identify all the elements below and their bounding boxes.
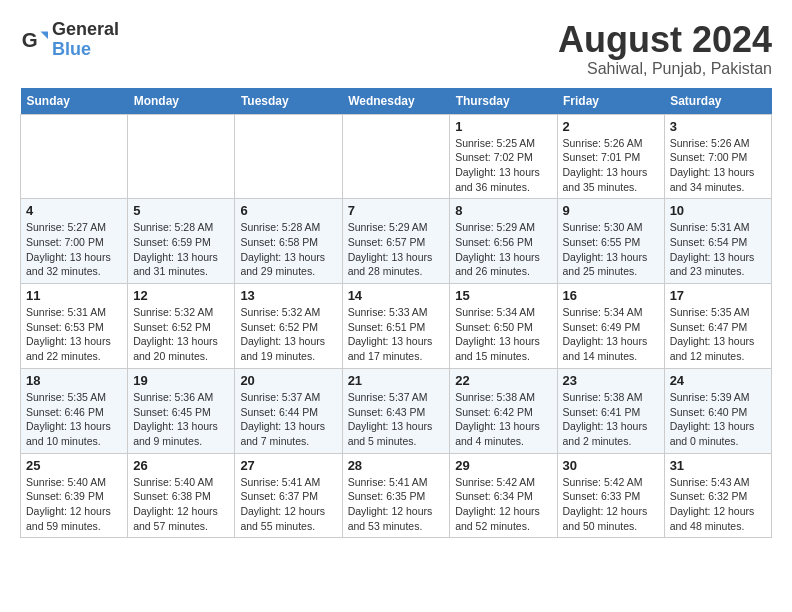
day-info: Sunrise: 5:38 AM Sunset: 6:41 PM Dayligh… [563, 390, 659, 449]
day-number: 6 [240, 203, 336, 218]
day-number: 14 [348, 288, 445, 303]
calendar-cell: 24Sunrise: 5:39 AM Sunset: 6:40 PM Dayli… [664, 368, 771, 453]
calendar-cell: 29Sunrise: 5:42 AM Sunset: 6:34 PM Dayli… [450, 453, 557, 538]
day-number: 11 [26, 288, 122, 303]
day-info: Sunrise: 5:32 AM Sunset: 6:52 PM Dayligh… [133, 305, 229, 364]
day-info: Sunrise: 5:40 AM Sunset: 6:39 PM Dayligh… [26, 475, 122, 534]
svg-marker-1 [41, 31, 48, 38]
day-number: 12 [133, 288, 229, 303]
day-number: 3 [670, 119, 766, 134]
weekday-header-row: SundayMondayTuesdayWednesdayThursdayFrid… [21, 88, 772, 115]
calendar-cell: 14Sunrise: 5:33 AM Sunset: 6:51 PM Dayli… [342, 284, 450, 369]
day-number: 25 [26, 458, 122, 473]
calendar-cell: 25Sunrise: 5:40 AM Sunset: 6:39 PM Dayli… [21, 453, 128, 538]
day-number: 19 [133, 373, 229, 388]
day-info: Sunrise: 5:27 AM Sunset: 7:00 PM Dayligh… [26, 220, 122, 279]
logo: G General Blue [20, 20, 119, 60]
day-info: Sunrise: 5:31 AM Sunset: 6:53 PM Dayligh… [26, 305, 122, 364]
calendar-cell: 19Sunrise: 5:36 AM Sunset: 6:45 PM Dayli… [128, 368, 235, 453]
day-info: Sunrise: 5:40 AM Sunset: 6:38 PM Dayligh… [133, 475, 229, 534]
calendar-cell [342, 114, 450, 199]
weekday-header-saturday: Saturday [664, 88, 771, 115]
calendar-cell: 28Sunrise: 5:41 AM Sunset: 6:35 PM Dayli… [342, 453, 450, 538]
day-info: Sunrise: 5:34 AM Sunset: 6:49 PM Dayligh… [563, 305, 659, 364]
day-info: Sunrise: 5:26 AM Sunset: 7:01 PM Dayligh… [563, 136, 659, 195]
day-number: 24 [670, 373, 766, 388]
week-row-2: 4Sunrise: 5:27 AM Sunset: 7:00 PM Daylig… [21, 199, 772, 284]
day-info: Sunrise: 5:29 AM Sunset: 6:56 PM Dayligh… [455, 220, 551, 279]
day-info: Sunrise: 5:29 AM Sunset: 6:57 PM Dayligh… [348, 220, 445, 279]
day-info: Sunrise: 5:37 AM Sunset: 6:43 PM Dayligh… [348, 390, 445, 449]
weekday-header-sunday: Sunday [21, 88, 128, 115]
calendar-cell: 18Sunrise: 5:35 AM Sunset: 6:46 PM Dayli… [21, 368, 128, 453]
day-number: 7 [348, 203, 445, 218]
calendar-cell: 11Sunrise: 5:31 AM Sunset: 6:53 PM Dayli… [21, 284, 128, 369]
day-number: 1 [455, 119, 551, 134]
calendar-cell: 31Sunrise: 5:43 AM Sunset: 6:32 PM Dayli… [664, 453, 771, 538]
day-number: 4 [26, 203, 122, 218]
calendar-cell: 12Sunrise: 5:32 AM Sunset: 6:52 PM Dayli… [128, 284, 235, 369]
logo-icon: G [20, 26, 48, 54]
day-number: 2 [563, 119, 659, 134]
calendar-body: 1Sunrise: 5:25 AM Sunset: 7:02 PM Daylig… [21, 114, 772, 538]
day-number: 16 [563, 288, 659, 303]
day-info: Sunrise: 5:28 AM Sunset: 6:58 PM Dayligh… [240, 220, 336, 279]
day-number: 22 [455, 373, 551, 388]
calendar-title: August 2024 [558, 20, 772, 60]
day-info: Sunrise: 5:35 AM Sunset: 6:47 PM Dayligh… [670, 305, 766, 364]
calendar-header: SundayMondayTuesdayWednesdayThursdayFrid… [21, 88, 772, 115]
day-number: 18 [26, 373, 122, 388]
calendar-cell [128, 114, 235, 199]
day-number: 28 [348, 458, 445, 473]
calendar-cell: 16Sunrise: 5:34 AM Sunset: 6:49 PM Dayli… [557, 284, 664, 369]
calendar-cell: 26Sunrise: 5:40 AM Sunset: 6:38 PM Dayli… [128, 453, 235, 538]
page-header: G General Blue August 2024 Sahiwal, Punj… [20, 20, 772, 78]
day-info: Sunrise: 5:26 AM Sunset: 7:00 PM Dayligh… [670, 136, 766, 195]
calendar-cell: 27Sunrise: 5:41 AM Sunset: 6:37 PM Dayli… [235, 453, 342, 538]
day-info: Sunrise: 5:25 AM Sunset: 7:02 PM Dayligh… [455, 136, 551, 195]
day-info: Sunrise: 5:41 AM Sunset: 6:37 PM Dayligh… [240, 475, 336, 534]
calendar-cell: 4Sunrise: 5:27 AM Sunset: 7:00 PM Daylig… [21, 199, 128, 284]
week-row-5: 25Sunrise: 5:40 AM Sunset: 6:39 PM Dayli… [21, 453, 772, 538]
day-number: 20 [240, 373, 336, 388]
calendar-cell: 8Sunrise: 5:29 AM Sunset: 6:56 PM Daylig… [450, 199, 557, 284]
logo-text: General Blue [52, 20, 119, 60]
day-number: 26 [133, 458, 229, 473]
calendar-cell: 5Sunrise: 5:28 AM Sunset: 6:59 PM Daylig… [128, 199, 235, 284]
calendar-cell: 15Sunrise: 5:34 AM Sunset: 6:50 PM Dayli… [450, 284, 557, 369]
calendar-cell: 3Sunrise: 5:26 AM Sunset: 7:00 PM Daylig… [664, 114, 771, 199]
calendar-cell: 30Sunrise: 5:42 AM Sunset: 6:33 PM Dayli… [557, 453, 664, 538]
day-info: Sunrise: 5:41 AM Sunset: 6:35 PM Dayligh… [348, 475, 445, 534]
day-number: 23 [563, 373, 659, 388]
svg-text:G: G [22, 27, 38, 50]
calendar-cell: 2Sunrise: 5:26 AM Sunset: 7:01 PM Daylig… [557, 114, 664, 199]
day-number: 30 [563, 458, 659, 473]
day-info: Sunrise: 5:37 AM Sunset: 6:44 PM Dayligh… [240, 390, 336, 449]
calendar-cell: 13Sunrise: 5:32 AM Sunset: 6:52 PM Dayli… [235, 284, 342, 369]
day-number: 21 [348, 373, 445, 388]
weekday-header-thursday: Thursday [450, 88, 557, 115]
day-info: Sunrise: 5:34 AM Sunset: 6:50 PM Dayligh… [455, 305, 551, 364]
calendar-cell [21, 114, 128, 199]
weekday-header-tuesday: Tuesday [235, 88, 342, 115]
day-number: 5 [133, 203, 229, 218]
day-number: 31 [670, 458, 766, 473]
calendar-cell: 22Sunrise: 5:38 AM Sunset: 6:42 PM Dayli… [450, 368, 557, 453]
weekday-header-friday: Friday [557, 88, 664, 115]
calendar-cell: 9Sunrise: 5:30 AM Sunset: 6:55 PM Daylig… [557, 199, 664, 284]
calendar-subtitle: Sahiwal, Punjab, Pakistan [558, 60, 772, 78]
week-row-4: 18Sunrise: 5:35 AM Sunset: 6:46 PM Dayli… [21, 368, 772, 453]
day-info: Sunrise: 5:31 AM Sunset: 6:54 PM Dayligh… [670, 220, 766, 279]
week-row-1: 1Sunrise: 5:25 AM Sunset: 7:02 PM Daylig… [21, 114, 772, 199]
calendar-cell: 23Sunrise: 5:38 AM Sunset: 6:41 PM Dayli… [557, 368, 664, 453]
day-info: Sunrise: 5:28 AM Sunset: 6:59 PM Dayligh… [133, 220, 229, 279]
day-number: 27 [240, 458, 336, 473]
calendar-cell: 21Sunrise: 5:37 AM Sunset: 6:43 PM Dayli… [342, 368, 450, 453]
calendar-cell: 6Sunrise: 5:28 AM Sunset: 6:58 PM Daylig… [235, 199, 342, 284]
day-number: 10 [670, 203, 766, 218]
weekday-header-wednesday: Wednesday [342, 88, 450, 115]
day-info: Sunrise: 5:38 AM Sunset: 6:42 PM Dayligh… [455, 390, 551, 449]
day-number: 15 [455, 288, 551, 303]
calendar-cell: 20Sunrise: 5:37 AM Sunset: 6:44 PM Dayli… [235, 368, 342, 453]
day-info: Sunrise: 5:30 AM Sunset: 6:55 PM Dayligh… [563, 220, 659, 279]
